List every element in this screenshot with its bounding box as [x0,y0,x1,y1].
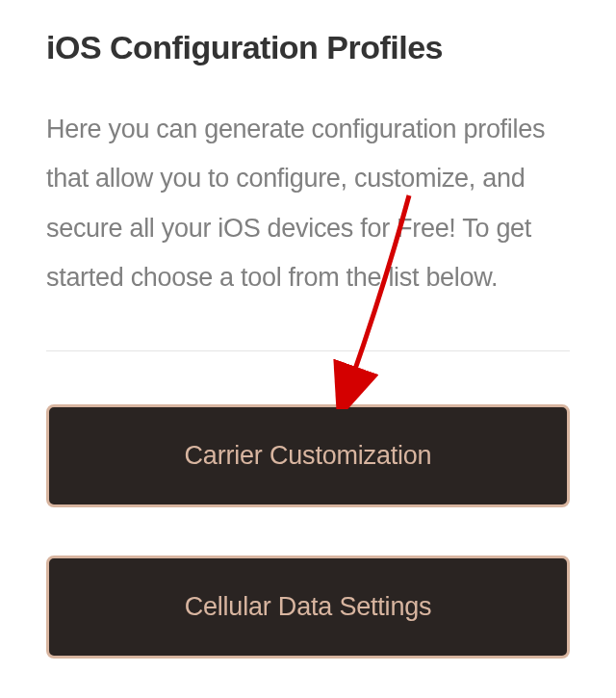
page-title: iOS Configuration Profiles [46,29,570,66]
carrier-customization-button[interactable]: Carrier Customization [46,404,570,507]
intro-text: Here you can generate configuration prof… [46,105,570,302]
button-label: Cellular Data Settings [185,592,432,621]
cellular-data-settings-button[interactable]: Cellular Data Settings [46,556,570,659]
divider [46,350,570,351]
button-label: Carrier Customization [185,441,432,470]
